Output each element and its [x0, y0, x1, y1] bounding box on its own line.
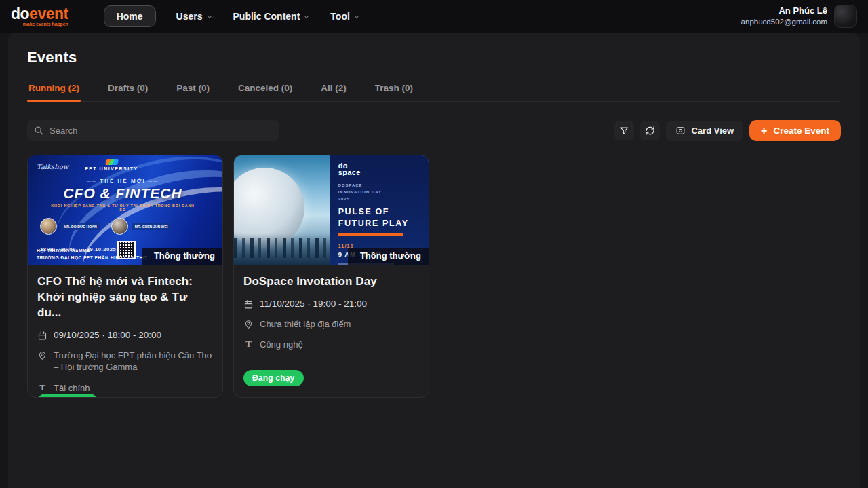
poster-org-label: FPT UNIVERSITY [85, 166, 138, 171]
poster-kicker-line: 2025 [338, 196, 420, 203]
filter-icon [619, 126, 629, 136]
avatar[interactable] [834, 5, 857, 28]
poster-kicker-line: INNOVATION DAY [338, 189, 420, 196]
speaker-photo [40, 218, 57, 235]
tab-all-label: All (2) [321, 83, 347, 93]
event-category-row: T Công nghệ [243, 339, 419, 351]
tab-trash[interactable]: Trash (0) [374, 83, 414, 101]
event-datetime-row: 11/10/2025 · 19:00 - 21:00 [243, 299, 419, 309]
search-icon [34, 126, 44, 136]
poster-subtitle: KHỞI NGHIỆP SÁNG TẠO & TƯ DUY TÀI CHÍNH … [48, 204, 197, 212]
event-location: Trường Đại học FPT phân hiệu Cần Thơ – H… [54, 350, 213, 373]
filter-button[interactable] [614, 121, 634, 140]
speaker-photo [111, 218, 128, 235]
location-pin-icon [243, 319, 254, 329]
event-card-grid: Talkshow FPT UNIVERSITY THẾ HỆ MỚI CFO &… [27, 155, 841, 398]
poster-venue-line1: HỘI TRƯỜNG GAMMA [37, 248, 147, 255]
event-datetime: 11/10/2025 · 19:00 - 21:00 [260, 299, 367, 309]
event-card-cfo-fintech[interactable]: Talkshow FPT UNIVERSITY THẾ HỆ MỚI CFO &… [27, 155, 223, 398]
tab-running[interactable]: Running (2) [27, 83, 81, 101]
poster-university: FPT UNIVERSITY [28, 159, 195, 171]
card-view-icon [675, 126, 686, 136]
dospace-logo: do space [338, 162, 420, 176]
poster-accent-bar [338, 233, 403, 236]
dospace-logo-bottom: space [338, 169, 420, 176]
tab-drafts-label: Drafts (0) [108, 83, 148, 93]
event-location: Chưa thiết lập địa điểm [260, 318, 351, 331]
tab-trash-label: Trash (0) [375, 83, 413, 93]
tab-canceled-label: Canceled (0) [238, 83, 292, 93]
chevron-down-icon [303, 14, 310, 20]
card-body: DoSpace Invotation Day 11/10/2025 · 19:0… [234, 265, 429, 397]
category-icon: T [37, 382, 47, 393]
location-pin-icon [37, 350, 47, 360]
tab-all[interactable]: All (2) [319, 83, 348, 101]
poster-title: PULSE OF FUTURE PLAY [338, 206, 420, 229]
poster-venue: HỘI TRƯỜNG GAMMA TRƯỜNG ĐẠI HỌC FPT PHÂN… [37, 248, 147, 261]
poster-skyline [234, 238, 335, 258]
nav-item-users[interactable]: Users [176, 11, 213, 22]
event-datetime: 09/10/2025 · 18:00 - 20:00 [54, 330, 161, 340]
poster-kicker: THẾ HỆ MỚI [48, 178, 197, 184]
calendar-icon [37, 331, 47, 341]
logo-wordmark: doevent [11, 6, 68, 22]
nav-item-public-content[interactable]: Public Content [233, 11, 311, 22]
event-title: DoSpace Invotation Day [243, 274, 419, 290]
nav-public-content-label: Public Content [233, 11, 300, 22]
category-icon: T [243, 339, 254, 350]
app-logo[interactable]: doevent make events happen [11, 6, 68, 27]
tab-drafts[interactable]: Drafts (0) [106, 83, 149, 101]
nav-tool-label: Tool [330, 11, 350, 22]
speaker: MR. CHEN JUN WEI [111, 218, 172, 235]
logo-tagline: make events happen [11, 22, 68, 27]
user-email: anphucd502@gmail.com [741, 17, 827, 27]
refresh-button[interactable] [640, 121, 660, 140]
user-info: An Phúc Lê anphucd502@gmail.com [741, 5, 827, 27]
top-navbar: doevent make events happen Home Users Pu… [0, 0, 868, 33]
poster-heading: THẾ HỆ MỚI CFO & FINTECH KHỞI NGHIỆP SÁN… [48, 178, 197, 212]
event-category: Tài chính [54, 382, 90, 394]
event-type-badge: Thông thường [142, 248, 222, 265]
refresh-icon [645, 126, 655, 136]
event-location-row: Trường Đại học FPT phân hiệu Cần Thơ – H… [37, 350, 213, 373]
status-badge-running: Đang chạy [37, 394, 98, 398]
nav-home-label: Home [117, 11, 143, 22]
event-category: Công nghệ [260, 339, 303, 351]
speaker: MR. ĐỖ ĐỨC HOÀN [40, 218, 100, 235]
card-view-label: Card View [691, 126, 734, 136]
page-title: Events [27, 49, 841, 67]
poster-venue-line2: TRƯỜNG ĐẠI HỌC FPT PHÂN HIỆU CẦN THƠ [37, 255, 147, 261]
poster-title: CFO & FINTECH [48, 185, 197, 202]
event-poster: Talkshow FPT UNIVERSITY THẾ HỆ MỚI CFO &… [28, 155, 222, 265]
nav-users-label: Users [176, 11, 203, 22]
plus-icon: + [761, 126, 767, 136]
events-panel: Events Running (2) Drafts (0) Past (0) C… [8, 33, 860, 488]
tab-past[interactable]: Past (0) [175, 83, 211, 101]
toolbar: Card View + Create Event [27, 120, 841, 141]
event-title: CFO Thế hệ mới và Fintech: Khởi nghiệp s… [37, 274, 213, 321]
chevron-down-icon [353, 14, 360, 20]
poster-kicker: DOSPACE INNOVATION DAY 2025 [338, 183, 420, 203]
calendar-icon [243, 299, 254, 309]
status-badge-running: Đang chạy [243, 370, 304, 386]
speaker-name: MR. CHEN JUN WEI [132, 223, 172, 230]
search-box [27, 120, 279, 141]
event-poster: do space DOSPACE INNOVATION DAY 2025 PUL… [234, 155, 429, 265]
nav-item-tool[interactable]: Tool [330, 11, 360, 22]
card-view-button[interactable]: Card View [666, 121, 743, 141]
main-nav: Home Users Public Content Tool [104, 5, 360, 27]
create-event-button[interactable]: + Create Event [749, 120, 841, 141]
event-category-row: T Tài chính [37, 382, 213, 394]
user-name: An Phúc Lê [741, 5, 827, 17]
tab-canceled[interactable]: Canceled (0) [237, 83, 294, 101]
user-menu[interactable]: An Phúc Lê anphucd502@gmail.com [741, 5, 857, 28]
nav-item-home[interactable]: Home [104, 5, 156, 27]
fpt-logo-icon [105, 159, 119, 165]
card-body: CFO Thế hệ mới và Fintech: Khởi nghiệp s… [28, 265, 222, 398]
poster-title-line2: FUTURE PLAY [338, 218, 420, 229]
poster-kicker-line: DOSPACE [338, 183, 420, 189]
event-datetime-row: 09/10/2025 · 18:00 - 20:00 [37, 330, 213, 341]
search-input[interactable] [50, 126, 273, 136]
create-event-label: Create Event [773, 126, 829, 136]
event-card-dospace[interactable]: do space DOSPACE INNOVATION DAY 2025 PUL… [233, 155, 429, 398]
